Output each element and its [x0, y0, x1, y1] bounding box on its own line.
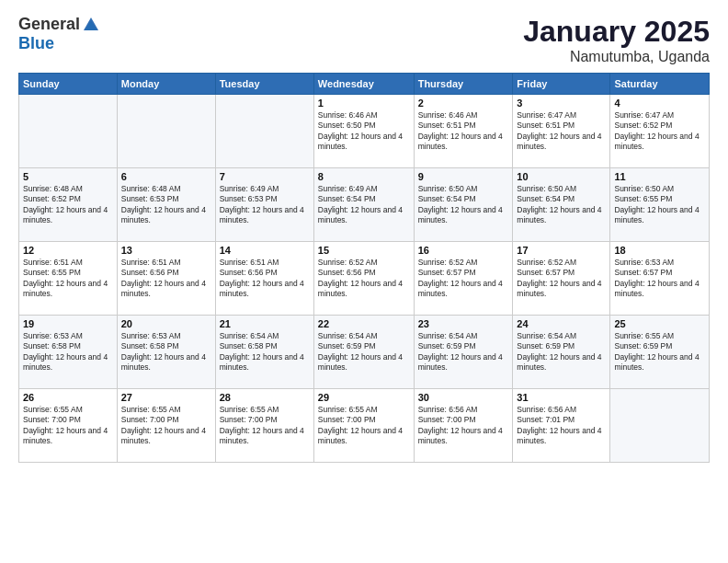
day-info: Sunrise: 6:55 AM Sunset: 6:59 PM Dayligh…: [614, 331, 705, 373]
calendar-cell: 4Sunrise: 6:47 AM Sunset: 6:52 PM Daylig…: [610, 95, 710, 168]
calendar-cell: 9Sunrise: 6:50 AM Sunset: 6:54 PM Daylig…: [414, 168, 513, 242]
weekday-header-friday: Friday: [513, 74, 610, 95]
day-number: 26: [23, 392, 113, 403]
day-info: Sunrise: 6:50 AM Sunset: 6:54 PM Dayligh…: [418, 184, 509, 226]
calendar-cell: 17Sunrise: 6:52 AM Sunset: 6:57 PM Dayli…: [513, 242, 610, 316]
day-info: Sunrise: 6:50 AM Sunset: 6:55 PM Dayligh…: [614, 184, 705, 226]
calendar-cell: 3Sunrise: 6:47 AM Sunset: 6:51 PM Daylig…: [513, 95, 610, 168]
day-number: 16: [418, 245, 509, 256]
day-info: Sunrise: 6:50 AM Sunset: 6:54 PM Dayligh…: [517, 184, 606, 226]
calendar-cell: 29Sunrise: 6:55 AM Sunset: 7:00 PM Dayli…: [313, 389, 414, 463]
weekday-header-thursday: Thursday: [414, 74, 513, 95]
day-number: 1: [318, 98, 410, 109]
day-number: 15: [318, 245, 410, 256]
day-info: Sunrise: 6:55 AM Sunset: 7:00 PM Dayligh…: [318, 405, 410, 447]
day-number: 23: [418, 318, 509, 329]
calendar-cell: 21Sunrise: 6:54 AM Sunset: 6:58 PM Dayli…: [215, 316, 313, 389]
logo-general-text: General: [18, 15, 80, 34]
calendar-table: SundayMondayTuesdayWednesdayThursdayFrid…: [18, 73, 710, 463]
day-number: 18: [614, 245, 705, 256]
day-number: 24: [517, 318, 606, 329]
day-info: Sunrise: 6:52 AM Sunset: 6:56 PM Dayligh…: [318, 258, 410, 300]
day-info: Sunrise: 6:53 AM Sunset: 6:58 PM Dayligh…: [23, 331, 113, 373]
day-info: Sunrise: 6:46 AM Sunset: 6:51 PM Dayligh…: [418, 110, 509, 153]
week-row-5: 26Sunrise: 6:55 AM Sunset: 7:00 PM Dayli…: [19, 389, 710, 463]
day-info: Sunrise: 6:54 AM Sunset: 6:58 PM Dayligh…: [220, 331, 310, 373]
day-info: Sunrise: 6:55 AM Sunset: 7:00 PM Dayligh…: [220, 405, 310, 447]
day-number: 11: [614, 171, 705, 182]
day-number: 13: [121, 245, 211, 256]
day-info: Sunrise: 6:52 AM Sunset: 6:57 PM Dayligh…: [418, 258, 509, 300]
calendar-cell: 23Sunrise: 6:54 AM Sunset: 6:59 PM Dayli…: [414, 316, 513, 389]
day-number: 27: [121, 392, 211, 403]
weekday-header-wednesday: Wednesday: [313, 74, 414, 95]
logo-blue-text: Blue: [18, 34, 54, 52]
page: General Blue January 2025 Namutumba, Uga…: [0, 0, 728, 563]
calendar-cell: [19, 95, 118, 168]
day-number: 17: [517, 245, 606, 256]
day-info: Sunrise: 6:47 AM Sunset: 6:51 PM Dayligh…: [517, 110, 606, 153]
week-row-2: 5Sunrise: 6:48 AM Sunset: 6:52 PM Daylig…: [19, 168, 710, 242]
day-info: Sunrise: 6:55 AM Sunset: 7:00 PM Dayligh…: [121, 405, 211, 447]
calendar-cell: 20Sunrise: 6:53 AM Sunset: 6:58 PM Dayli…: [117, 316, 215, 389]
calendar-cell: 16Sunrise: 6:52 AM Sunset: 6:57 PM Dayli…: [414, 242, 513, 316]
calendar-cell: 27Sunrise: 6:55 AM Sunset: 7:00 PM Dayli…: [117, 389, 215, 463]
day-info: Sunrise: 6:55 AM Sunset: 7:00 PM Dayligh…: [23, 405, 113, 447]
day-info: Sunrise: 6:51 AM Sunset: 6:56 PM Dayligh…: [121, 258, 211, 300]
calendar-cell: 26Sunrise: 6:55 AM Sunset: 7:00 PM Dayli…: [19, 389, 118, 463]
calendar-cell: 7Sunrise: 6:49 AM Sunset: 6:53 PM Daylig…: [215, 168, 313, 242]
week-row-3: 12Sunrise: 6:51 AM Sunset: 6:55 PM Dayli…: [19, 242, 710, 316]
header: General Blue January 2025 Namutumba, Uga…: [18, 15, 710, 65]
day-info: Sunrise: 6:53 AM Sunset: 6:57 PM Dayligh…: [614, 258, 705, 300]
weekday-header-row: SundayMondayTuesdayWednesdayThursdayFrid…: [19, 74, 710, 95]
day-info: Sunrise: 6:48 AM Sunset: 6:52 PM Dayligh…: [23, 184, 113, 226]
day-number: 22: [318, 318, 410, 329]
calendar-cell: 14Sunrise: 6:51 AM Sunset: 6:56 PM Dayli…: [215, 242, 313, 316]
day-number: 29: [318, 392, 410, 403]
calendar-cell: 24Sunrise: 6:54 AM Sunset: 6:59 PM Dayli…: [513, 316, 610, 389]
day-number: 28: [220, 392, 310, 403]
calendar-cell: 10Sunrise: 6:50 AM Sunset: 6:54 PM Dayli…: [513, 168, 610, 242]
calendar-cell: 30Sunrise: 6:56 AM Sunset: 7:00 PM Dayli…: [414, 389, 513, 463]
weekday-header-tuesday: Tuesday: [215, 74, 313, 95]
calendar-cell: 25Sunrise: 6:55 AM Sunset: 6:59 PM Dayli…: [610, 316, 710, 389]
calendar-cell: 12Sunrise: 6:51 AM Sunset: 6:55 PM Dayli…: [19, 242, 118, 316]
calendar-cell: 2Sunrise: 6:46 AM Sunset: 6:51 PM Daylig…: [414, 95, 513, 168]
weekday-header-saturday: Saturday: [610, 74, 710, 95]
logo: General Blue: [18, 15, 100, 53]
day-info: Sunrise: 6:56 AM Sunset: 7:01 PM Dayligh…: [517, 405, 606, 447]
calendar-cell: 11Sunrise: 6:50 AM Sunset: 6:55 PM Dayli…: [610, 168, 710, 242]
calendar-cell: 15Sunrise: 6:52 AM Sunset: 6:56 PM Dayli…: [313, 242, 414, 316]
calendar-cell: 6Sunrise: 6:48 AM Sunset: 6:53 PM Daylig…: [117, 168, 215, 242]
day-info: Sunrise: 6:49 AM Sunset: 6:54 PM Dayligh…: [318, 184, 410, 226]
calendar-cell: 13Sunrise: 6:51 AM Sunset: 6:56 PM Dayli…: [117, 242, 215, 316]
logo-icon: [82, 16, 100, 34]
day-number: 7: [220, 171, 310, 182]
day-number: 4: [614, 98, 705, 109]
calendar-cell: [117, 95, 215, 168]
day-number: 2: [418, 98, 509, 109]
week-row-1: 1Sunrise: 6:46 AM Sunset: 6:50 PM Daylig…: [19, 95, 710, 168]
calendar-cell: 19Sunrise: 6:53 AM Sunset: 6:58 PM Dayli…: [19, 316, 118, 389]
day-number: 5: [23, 171, 113, 182]
day-info: Sunrise: 6:47 AM Sunset: 6:52 PM Dayligh…: [614, 110, 705, 153]
calendar-cell: [610, 389, 710, 463]
calendar-cell: [215, 95, 313, 168]
day-info: Sunrise: 6:48 AM Sunset: 6:53 PM Dayligh…: [121, 184, 211, 226]
day-number: 3: [517, 98, 606, 109]
day-number: 20: [121, 318, 211, 329]
day-number: 19: [23, 318, 113, 329]
calendar-cell: 28Sunrise: 6:55 AM Sunset: 7:00 PM Dayli…: [215, 389, 313, 463]
day-info: Sunrise: 6:49 AM Sunset: 6:53 PM Dayligh…: [220, 184, 310, 226]
calendar-cell: 18Sunrise: 6:53 AM Sunset: 6:57 PM Dayli…: [610, 242, 710, 316]
day-number: 31: [517, 392, 606, 403]
day-info: Sunrise: 6:51 AM Sunset: 6:56 PM Dayligh…: [220, 258, 310, 300]
day-number: 21: [220, 318, 310, 329]
calendar-cell: 1Sunrise: 6:46 AM Sunset: 6:50 PM Daylig…: [313, 95, 414, 168]
day-number: 9: [418, 171, 509, 182]
title-section: January 2025 Namutumba, Uganda: [523, 15, 710, 65]
calendar-cell: 31Sunrise: 6:56 AM Sunset: 7:01 PM Dayli…: [513, 389, 610, 463]
calendar-title: January 2025: [523, 15, 710, 49]
day-info: Sunrise: 6:56 AM Sunset: 7:00 PM Dayligh…: [418, 405, 509, 447]
day-number: 12: [23, 245, 113, 256]
